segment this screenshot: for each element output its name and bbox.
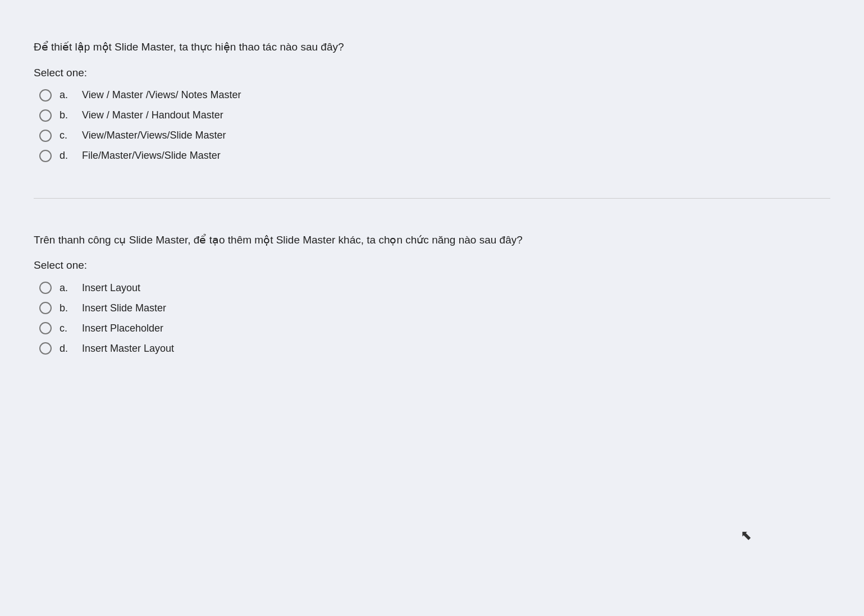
list-item: c. Insert Placeholder (39, 322, 830, 334)
radio-2a[interactable] (39, 282, 52, 294)
option-letter: a. (60, 282, 76, 294)
option-text: Insert Layout (82, 282, 140, 294)
option-letter: b. (60, 302, 76, 314)
section-divider (34, 198, 830, 199)
list-item: d. File/Master/Views/Slide Master (39, 150, 830, 162)
option-letter: c. (60, 323, 76, 334)
option-text: Insert Master Layout (82, 343, 174, 355)
option-letter: d. (60, 343, 76, 355)
question-2-text: Trên thanh công cụ Slide Master, để tạo … (34, 232, 830, 249)
option-letter: a. (60, 89, 76, 101)
option-letter: d. (60, 150, 76, 162)
option-text: View/Master/Views/Slide Master (82, 130, 226, 141)
radio-1d[interactable] (39, 150, 52, 162)
radio-1c[interactable] (39, 130, 52, 142)
question-2-block: Trên thanh công cụ Slide Master, để tạo … (34, 215, 830, 374)
radio-2b[interactable] (39, 302, 52, 314)
list-item: c. View/Master/Views/Slide Master (39, 130, 830, 142)
list-item: b. View / Master / Handout Master (39, 109, 830, 122)
option-text: Insert Slide Master (82, 302, 166, 314)
option-text: Insert Placeholder (82, 323, 163, 334)
cursor-icon: ⬉ (740, 527, 752, 543)
option-letter: c. (60, 130, 76, 141)
question-2-select-label: Select one: (34, 259, 830, 272)
list-item: a. Insert Layout (39, 282, 830, 294)
radio-2d[interactable] (39, 342, 52, 355)
option-letter: b. (60, 109, 76, 121)
question-1-select-label: Select one: (34, 67, 830, 79)
radio-2c[interactable] (39, 322, 52, 334)
list-item: a. View / Master /Views/ Notes Master (39, 89, 830, 102)
radio-1b[interactable] (39, 109, 52, 122)
option-text: File/Master/Views/Slide Master (82, 150, 221, 162)
radio-1a[interactable] (39, 89, 52, 102)
question-1-text: Để thiết lập một Slide Master, ta thực h… (34, 39, 830, 56)
option-text: View / Master / Handout Master (82, 109, 223, 121)
question-1-block: Để thiết lập một Slide Master, ta thực h… (34, 22, 830, 181)
list-item: b. Insert Slide Master (39, 302, 830, 314)
page-container: Để thiết lập một Slide Master, ta thực h… (0, 0, 864, 396)
question-2-options: a. Insert Layout b. Insert Slide Master … (39, 282, 830, 355)
list-item: d. Insert Master Layout (39, 342, 830, 355)
question-1-options: a. View / Master /Views/ Notes Master b.… (39, 89, 830, 162)
option-text: View / Master /Views/ Notes Master (82, 89, 241, 101)
